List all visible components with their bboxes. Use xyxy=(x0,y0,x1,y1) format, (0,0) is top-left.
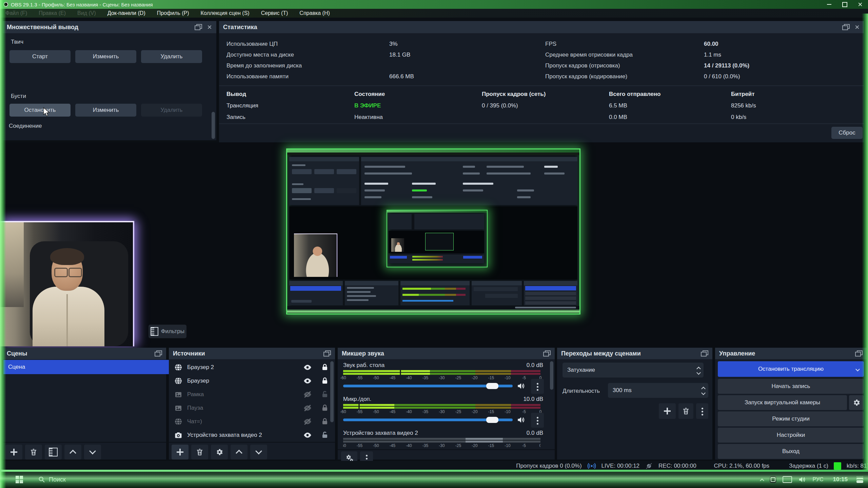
start-button[interactable] xyxy=(16,476,23,483)
table-header-sent: Всего отправлено xyxy=(609,91,660,98)
twitch-edit-button[interactable]: Изменить xyxy=(75,50,136,63)
menu-help[interactable]: Справка (H) xyxy=(299,10,330,16)
boosty-stop-button[interactable]: Остановить xyxy=(9,104,71,117)
add-transition-button[interactable] xyxy=(659,403,676,419)
taskbar-search[interactable]: Поиск xyxy=(38,476,66,483)
filters-button[interactable]: Фильтры xyxy=(149,325,186,338)
clock[interactable]: 10:15 xyxy=(833,476,848,483)
maximize-button[interactable] xyxy=(837,0,852,9)
stat-label: Использование ЦП xyxy=(226,41,278,47)
twitch-start-button[interactable]: Старт xyxy=(9,50,71,63)
minimize-button[interactable] xyxy=(821,0,837,9)
duration-spinbox[interactable]: 300 ms xyxy=(608,383,708,398)
source-row[interactable]: Браузер xyxy=(169,374,329,388)
volume-slider[interactable] xyxy=(343,417,513,423)
volume-slider[interactable] xyxy=(343,383,513,389)
unlock-icon[interactable] xyxy=(321,390,329,399)
speaker-icon[interactable] xyxy=(517,382,526,390)
dock-float-icon[interactable] xyxy=(855,350,863,357)
eye-hidden-icon[interactable] xyxy=(303,404,312,412)
sources-scrollbar[interactable] xyxy=(330,361,334,422)
menu-docks[interactable]: Док-панели (D) xyxy=(107,10,145,16)
lock-icon[interactable] xyxy=(321,404,329,412)
notification-center-icon[interactable] xyxy=(856,476,863,483)
tray-volume-icon[interactable] xyxy=(798,475,806,484)
title-bar[interactable]: OBS 29.1.3 - Профиль: Без названия - Сце… xyxy=(0,0,868,9)
mixer-menu-button[interactable] xyxy=(531,379,544,394)
stop-streaming-button[interactable]: Остановить трансляцию xyxy=(718,361,864,377)
close-button[interactable] xyxy=(852,0,868,9)
source-properties-button[interactable] xyxy=(211,445,228,460)
menu-edit[interactable]: Правка (E) xyxy=(39,10,66,16)
mixer-scrollbar[interactable] xyxy=(550,361,553,390)
search-icon xyxy=(38,476,45,483)
eye-visible-icon[interactable] xyxy=(303,363,312,372)
scene-list-item-selected[interactable]: Сцена xyxy=(3,360,170,374)
tray-display-icon[interactable] xyxy=(783,476,792,483)
lock-icon[interactable] xyxy=(321,377,329,385)
dock-float-icon[interactable] xyxy=(701,350,708,357)
studio-mode-button[interactable]: Режим студии xyxy=(718,411,864,426)
mixer-channel-db: 0.0 dB xyxy=(527,362,543,369)
dock-close-icon[interactable] xyxy=(207,24,212,30)
start-virtual-camera-button[interactable]: Запуск виртуальной камеры xyxy=(718,395,847,410)
exit-button[interactable]: Выход xyxy=(718,444,864,459)
eye-visible-icon[interactable] xyxy=(303,431,312,440)
language-indicator[interactable]: РУС xyxy=(812,476,823,483)
source-row[interactable]: Пауза xyxy=(169,401,329,415)
settings-button[interactable]: Настройки xyxy=(718,428,864,443)
add-source-button[interactable] xyxy=(172,445,189,460)
search-label: Поиск xyxy=(49,476,66,483)
lock-icon[interactable] xyxy=(321,418,329,426)
scene-move-down-button[interactable] xyxy=(84,445,101,460)
controls-dock: Управление Остановить трансляцию Начать … xyxy=(715,348,867,460)
add-scene-button[interactable] xyxy=(5,445,22,460)
stat-value: 0 / 610 (0.0%) xyxy=(704,73,740,80)
remove-source-button[interactable] xyxy=(191,445,208,460)
menu-tools[interactable]: Сервис (T) xyxy=(261,10,288,16)
menu-scene-collection[interactable]: Коллекция сцен (S) xyxy=(201,10,250,16)
dock-float-icon[interactable] xyxy=(323,350,331,357)
dock-close-icon[interactable] xyxy=(854,24,860,30)
twitch-delete-button[interactable]: Удалить xyxy=(141,50,202,63)
boosty-delete-button[interactable]: Удалить xyxy=(141,104,202,117)
chevron-down-icon[interactable] xyxy=(855,367,860,371)
eye-visible-icon[interactable] xyxy=(303,377,312,385)
source-move-up-button[interactable] xyxy=(231,445,248,460)
source-row[interactable]: Рамка xyxy=(169,388,329,401)
source-row[interactable]: Чат=) xyxy=(169,415,329,428)
transition-select[interactable]: Затухание xyxy=(563,363,704,378)
scene-move-up-button[interactable] xyxy=(64,445,81,460)
menu-view[interactable]: Вид (V) xyxy=(77,10,96,16)
remove-transition-button[interactable] xyxy=(678,403,693,419)
tray-expand-icon[interactable] xyxy=(761,478,764,481)
source-row[interactable]: Устройство захвата видео 2 xyxy=(169,428,329,442)
start-recording-button[interactable]: Начать запись xyxy=(718,379,864,394)
dock-scrollbar[interactable] xyxy=(212,112,215,139)
mixer-menu-button[interactable] xyxy=(531,413,544,428)
dock-float-icon[interactable] xyxy=(842,24,850,30)
virtual-camera-settings-button[interactable] xyxy=(849,395,864,410)
unlock-icon[interactable] xyxy=(321,431,329,439)
remove-scene-button[interactable] xyxy=(25,445,42,460)
transition-options-button[interactable] xyxy=(696,403,708,419)
eye-hidden-icon[interactable] xyxy=(303,417,312,426)
spin-up-icon[interactable] xyxy=(701,387,706,391)
eye-hidden-icon[interactable] xyxy=(303,390,312,399)
menu-profile[interactable]: Профиль (P) xyxy=(157,10,189,16)
reset-stats-button[interactable]: Сброс xyxy=(831,127,863,139)
dock-float-icon[interactable] xyxy=(543,350,551,357)
menu-file[interactable]: Файл (F) xyxy=(5,10,27,16)
source-row[interactable]: Браузер 2 xyxy=(169,361,329,374)
spin-down-icon[interactable] xyxy=(701,391,706,395)
dock-float-icon[interactable] xyxy=(155,350,162,357)
tray-obs-icon[interactable] xyxy=(770,476,776,483)
scene-filters-button[interactable] xyxy=(45,445,62,460)
speaker-icon[interactable] xyxy=(517,415,526,424)
boosty-edit-button[interactable]: Изменить xyxy=(75,104,136,117)
table-cell: 0 kb/s xyxy=(731,114,746,121)
camera-icon xyxy=(174,431,182,439)
source-move-down-button[interactable] xyxy=(250,445,267,460)
lock-icon[interactable] xyxy=(321,363,329,371)
dock-float-icon[interactable] xyxy=(195,24,202,30)
